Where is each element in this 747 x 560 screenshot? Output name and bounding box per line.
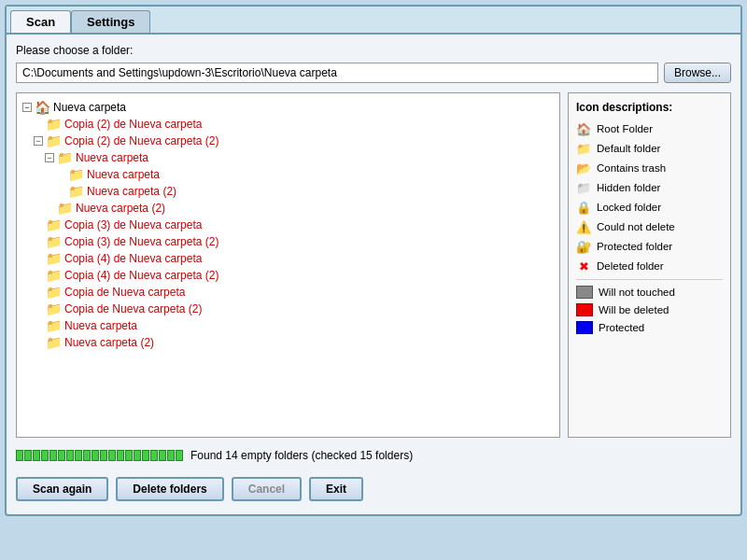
root-folder-icon: 🏠 (576, 121, 591, 136)
tree-label: Copia (2) de Nueva carpeta (2) (64, 133, 218, 149)
status-bar: Found 14 empty folders (checked 15 folde… (16, 445, 731, 466)
nodelete-folder-icon: ⚠️ (576, 219, 591, 234)
progress-seg (58, 450, 65, 461)
icon-row-protected: 🔐 Protected folder (576, 239, 723, 254)
icon-label-locked: Locked folder (597, 202, 661, 213)
tree-label: Copia de Nueva carpeta (64, 284, 185, 301)
tree-label: Nueva carpeta (2) (76, 200, 165, 217)
tab-settings[interactable]: Settings (71, 10, 150, 33)
progress-seg (134, 450, 141, 461)
color-row-deleted: Will be deleted (576, 303, 723, 316)
progress-seg (24, 450, 32, 461)
progress-seg (142, 450, 149, 461)
exit-button[interactable]: Exit (309, 477, 363, 501)
progress-seg (125, 450, 133, 461)
list-item: 📁 Nueva carpeta (2) (22, 183, 554, 200)
color-label-deleted: Will be deleted (599, 304, 669, 315)
trash-folder-icon: 📂 (576, 161, 591, 175)
trash-folder-icon: 📁 (46, 301, 62, 317)
tree-label: Copia (3) de Nueva carpeta (64, 217, 202, 233)
color-swatch-protected (576, 321, 593, 334)
color-swatch-deleted (576, 303, 593, 316)
trash-folder-icon: 📁 (46, 133, 62, 149)
status-text: Found 14 empty folders (checked 15 folde… (190, 449, 413, 462)
trash-folder-icon: 📁 (57, 149, 73, 166)
list-item: 📁 Copia (2) de Nueva carpeta (22, 116, 554, 133)
progress-seg (75, 450, 82, 461)
progress-seg (150, 450, 158, 461)
icon-panel-title: Icon descriptions: (576, 101, 723, 114)
tree-label: Copia (4) de Nueva carpeta (64, 250, 202, 267)
icon-label-default: Default folder (597, 143, 660, 154)
default-folder-icon: 📁 (576, 141, 591, 156)
expand-icon[interactable]: − (45, 153, 54, 162)
folder-tree[interactable]: − 🏠 Nueva carpeta 📁 Copia (2) de Nueva c… (16, 92, 560, 438)
progress-seg (108, 450, 116, 461)
list-item: 📁 Nueva carpeta (22, 317, 554, 334)
trash-folder-icon: 📁 (46, 267, 62, 284)
icon-row-trash: 📂 Contains trash (576, 161, 723, 175)
progress-seg (49, 450, 57, 461)
icon-row-locked: 🔒 Locked folder (576, 200, 723, 215)
tree-label: Copia (4) de Nueva carpeta (2) (64, 267, 218, 284)
icon-label-trash: Contains trash (597, 162, 666, 174)
tree-label-root: Nueva carpeta (53, 99, 126, 116)
content-area: Please choose a folder: Browse... − 🏠 Nu… (7, 35, 740, 514)
cancel-button[interactable]: Cancel (232, 477, 302, 501)
tree-label: Nueva carpeta (2) (87, 183, 176, 200)
list-item: 📁 Copia (3) de Nueva carpeta (2) (22, 233, 554, 250)
icon-row-root: 🏠 Root Folder (576, 121, 723, 136)
progress-seg (92, 450, 99, 461)
list-item: 📁 Copia (4) de Nueva carpeta (2) (22, 267, 554, 284)
progress-seg (176, 450, 183, 461)
root-folder-icon: 🏠 (35, 99, 50, 116)
list-item: 📁 Copia (4) de Nueva carpeta (22, 250, 554, 267)
protected-folder-icon: 🔐 (576, 239, 591, 254)
icon-row-deleted: ✖ Deleted folder (576, 259, 723, 273)
expand-icon[interactable]: − (34, 136, 43, 146)
icon-row-nodelete: ⚠️ Could not delete (576, 219, 723, 234)
tab-scan[interactable]: Scan (10, 10, 71, 33)
main-window: Scan Settings Please choose a folder: Br… (5, 5, 742, 516)
browse-button[interactable]: Browse... (664, 63, 731, 83)
trash-folder-icon: 📁 (68, 183, 84, 200)
list-item: 📁 Nueva carpeta (22, 166, 554, 183)
tree-label: Copia (3) de Nueva carpeta (2) (64, 233, 218, 250)
progress-seg (100, 450, 107, 461)
scan-again-button[interactable]: Scan again (16, 477, 108, 501)
hidden-folder-icon: 📁 (576, 180, 591, 195)
icon-label-deleted: Deleted folder (597, 260, 664, 272)
progress-seg (117, 450, 124, 461)
button-row: Scan again Delete folders Cancel Exit (16, 473, 731, 505)
tree-label: Copia (2) de Nueva carpeta (64, 116, 202, 133)
delete-folders-button[interactable]: Delete folders (116, 477, 223, 501)
icon-label-protected: Protected folder (597, 241, 672, 252)
locked-folder-icon: 🔒 (576, 200, 591, 215)
icon-label-root: Root Folder (597, 123, 653, 134)
trash-folder-icon: 📁 (46, 250, 62, 267)
color-swatch-notouched (576, 286, 593, 299)
path-input[interactable] (16, 63, 658, 83)
trash-folder-icon: 📁 (46, 233, 62, 250)
progress-seg (41, 450, 49, 461)
tree-item-root: − 🏠 Nueva carpeta (22, 99, 554, 116)
trash-folder-icon: 📁 (46, 116, 62, 133)
color-row-protected: Protected (576, 321, 723, 334)
color-label-protected: Protected (599, 322, 644, 333)
list-item: − 📁 Nueva carpeta (22, 149, 554, 166)
main-area: − 🏠 Nueva carpeta 📁 Copia (2) de Nueva c… (16, 92, 731, 438)
progress-seg (83, 450, 91, 461)
icon-label-nodelete: Could not delete (597, 221, 675, 232)
trash-folder-icon: 📁 (46, 317, 62, 334)
trash-folder-icon: 📁 (46, 334, 62, 351)
trash-folder-icon: 📁 (57, 200, 73, 217)
path-row: Browse... (16, 63, 731, 83)
progress-seg (159, 450, 166, 461)
list-item: 📁 Copia (3) de Nueva carpeta (22, 217, 554, 233)
tree-label: Nueva carpeta (87, 166, 160, 183)
trash-folder-icon: 📁 (68, 166, 84, 183)
progress-seg (33, 450, 40, 461)
expand-root[interactable]: − (22, 103, 32, 112)
progress-seg (66, 450, 74, 461)
icon-panel: Icon descriptions: 🏠 Root Folder 📁 Defau… (568, 92, 731, 438)
